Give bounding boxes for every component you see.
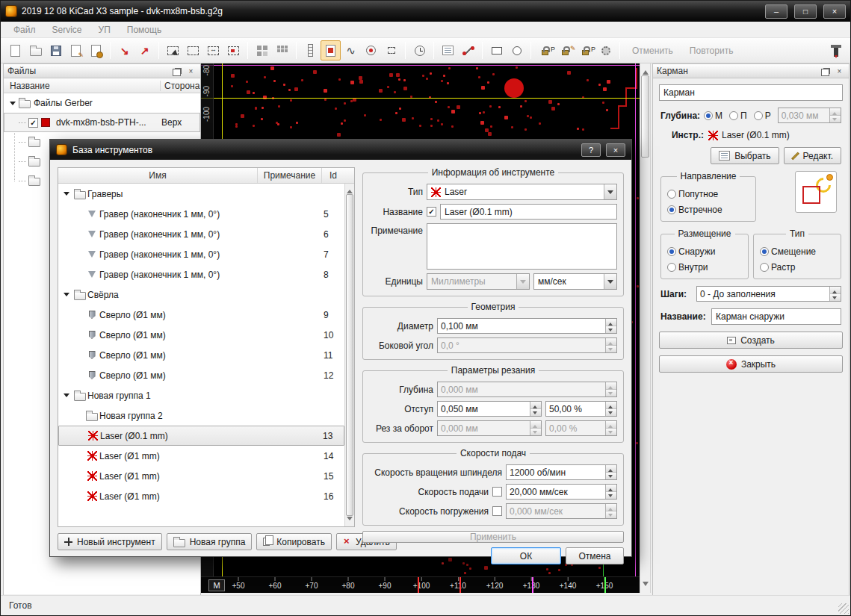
minimize-button[interactable] (765, 4, 787, 19)
grid-large-button[interactable] (272, 40, 292, 60)
preview-mode-button[interactable] (321, 40, 341, 60)
menu-item-service[interactable]: Service (44, 22, 90, 37)
dialog-title-bar[interactable]: База инструментов ? (50, 140, 631, 160)
project-settings-button[interactable] (86, 40, 106, 60)
spline-tool-button[interactable] (341, 40, 361, 60)
open-project-button[interactable] (25, 40, 46, 60)
maximize-button[interactable] (794, 4, 817, 19)
tool-name-input[interactable]: Laser (Ø0.1 mm) (440, 204, 617, 220)
expander-icon[interactable] (61, 291, 72, 298)
spin-arrows[interactable] (605, 465, 616, 479)
tool-tree-row[interactable]: Новая группа 2 (58, 405, 344, 426)
simulation-button[interactable] (409, 40, 430, 60)
spin-arrows[interactable] (605, 319, 616, 333)
grid-small-button[interactable] (252, 40, 272, 60)
spin-arrows[interactable] (605, 485, 616, 499)
new-tool-button[interactable]: Новый инструмент (58, 533, 162, 550)
import-file-button[interactable] (114, 40, 134, 60)
spin-arrows[interactable] (829, 287, 841, 301)
close-button[interactable] (823, 4, 846, 19)
zoom-selection-button[interactable] (223, 40, 244, 60)
side-angle-spin[interactable]: 0,0 ° (437, 337, 617, 353)
title-bar[interactable]: 2019 12 08 KiCad X3 sample - dvk-mx8m-bs… (1, 1, 850, 22)
cut-per-rev-spin[interactable]: 0,000 мм (437, 420, 542, 436)
direction-conventional-radio[interactable] (667, 205, 676, 214)
placement-inside-radio[interactable] (667, 263, 676, 272)
scroll-down-icon[interactable] (643, 582, 649, 589)
ruler-mode-button[interactable]: М (208, 579, 225, 591)
units-combo[interactable]: Миллиметры (427, 273, 530, 290)
scroll-up-icon[interactable] (347, 187, 353, 193)
lock-edit-button[interactable] (555, 40, 575, 60)
scroll-thumb[interactable] (346, 194, 353, 516)
column-header-note[interactable]: Примечание (258, 168, 322, 183)
copy-tool-button[interactable]: Копировать (256, 533, 332, 550)
undo-button[interactable]: Отменить (624, 40, 681, 60)
diameter-spin[interactable]: 0,100 мм (437, 318, 617, 334)
float-icon[interactable] (173, 66, 184, 76)
save-project-button[interactable] (46, 40, 66, 60)
spindle-speed-spin[interactable]: 12000 об/мин (506, 464, 617, 480)
float-icon[interactable] (821, 66, 832, 76)
spin-arrows[interactable] (605, 402, 616, 416)
edit-tool-button[interactable]: Редакт. (784, 147, 841, 164)
close-icon[interactable] (185, 66, 196, 76)
dialog-close-button[interactable] (606, 143, 625, 157)
lock-y-button[interactable] (575, 40, 595, 60)
placement-outside-radio[interactable] (667, 247, 676, 256)
lock-settings-button[interactable] (595, 40, 616, 60)
feed-rate-checkbox[interactable] (492, 487, 502, 497)
type-raster-radio[interactable] (760, 263, 769, 272)
pocket-depth-spin[interactable]: 0,030 мм (778, 108, 841, 123)
tool-tree-row[interactable]: Сверло (Ø1 мм)12 (58, 365, 344, 385)
export-file-button[interactable] (134, 40, 155, 60)
tool-tree-row[interactable]: Граверы (58, 184, 344, 204)
files-tree-row[interactable]: Файлы Gerber (4, 93, 200, 113)
toolpath-nodes-button[interactable] (458, 40, 478, 60)
tool-tree-row[interactable]: Laser (Ø0.1 mm)13 (58, 426, 344, 446)
pocket-close-button[interactable]: Закрыть (659, 355, 843, 373)
files-tree-row[interactable]: dvk-mx8m-bsb-PTH-...Верх (4, 113, 200, 132)
scroll-up-icon[interactable] (643, 67, 649, 75)
draw-rectangle-button[interactable] (486, 40, 507, 60)
combo-arrow-icon[interactable] (604, 274, 616, 289)
expander-icon[interactable] (61, 190, 72, 197)
lock-x-button[interactable] (535, 40, 555, 60)
tool-type-combo[interactable]: Laser (427, 184, 617, 200)
expander-icon[interactable] (7, 100, 19, 107)
redo-button[interactable]: Повторить (681, 40, 742, 60)
tool-tree-row[interactable]: Laser (Ø1 mm)14 (58, 446, 344, 466)
new-group-button[interactable]: Новая группа (167, 533, 253, 550)
tool-note-input[interactable] (427, 223, 617, 270)
cancel-button[interactable]: Отмена (566, 547, 624, 564)
close-icon[interactable] (834, 66, 845, 76)
cursor-select-button[interactable] (163, 40, 183, 60)
canvas-vertical-scrollbar[interactable] (640, 63, 651, 593)
column-header-side[interactable]: Сторона (160, 81, 200, 91)
column-header-name[interactable]: Имя (58, 168, 258, 183)
tool-tree-row[interactable]: Laser (Ø1 mm)15 (58, 466, 344, 486)
new-project-button[interactable] (5, 40, 25, 60)
plunge-rate-spin[interactable]: 0,000 мм/сек (506, 503, 617, 519)
operation-name-input[interactable]: Карман (659, 84, 843, 101)
machine-control-button[interactable] (826, 40, 846, 60)
feed-rate-spin[interactable]: 20,000 мм/сек (506, 484, 617, 500)
tool-tree-row[interactable]: Новая группа 1 (58, 385, 344, 405)
menu-item-help[interactable]: Помощь (119, 22, 170, 37)
tool-tree-row[interactable]: Сверло (Ø1 мм)11 (58, 345, 344, 365)
column-header-name[interactable]: Название (4, 81, 160, 91)
create-button[interactable]: Создать (659, 332, 843, 349)
stepover-spin[interactable]: 0,050 мм (437, 401, 542, 417)
tool-tree-row[interactable]: Гравер (наконечник 1 мм, 0°)6 (58, 224, 344, 244)
help-button[interactable]: ? (581, 143, 601, 157)
menu-item-file[interactable]: Файл (5, 22, 44, 37)
origin-tool-button[interactable] (361, 40, 381, 60)
zoom-window-button[interactable] (183, 40, 203, 60)
draw-circle-button[interactable] (507, 40, 527, 60)
spin-arrows[interactable] (530, 402, 541, 416)
direction-climb-radio[interactable] (667, 190, 676, 199)
plunge-rate-checkbox[interactable] (492, 506, 502, 516)
tool-tree-row[interactable]: Гравер (наконечник 1 мм, 0°)8 (58, 264, 344, 284)
tool-tree-row[interactable]: Сверло (Ø1 мм)10 (58, 325, 344, 345)
expander-icon[interactable] (61, 392, 72, 399)
